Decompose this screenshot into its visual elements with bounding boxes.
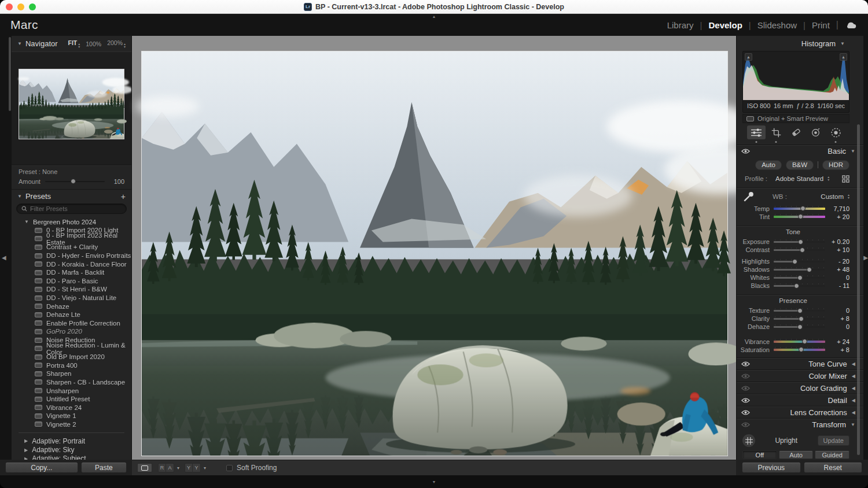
edit-tool[interactable] — [747, 125, 766, 139]
preset-item[interactable]: Portra 400 — [12, 361, 131, 370]
presets-header[interactable]: ▼ Presets + — [12, 190, 131, 203]
reset-button[interactable]: Reset — [804, 462, 863, 473]
slider-thumb[interactable] — [802, 339, 807, 344]
bw-button[interactable]: B&W — [786, 160, 814, 170]
slider-thumb[interactable] — [797, 324, 803, 330]
slider-track[interactable] — [774, 208, 825, 210]
module-library[interactable]: Library — [667, 20, 694, 30]
upright-update-button[interactable]: Update — [818, 435, 849, 446]
show-right-panel-arrow[interactable]: ▶ — [863, 254, 868, 261]
profile-browser-icon[interactable] — [842, 175, 849, 183]
preset-item[interactable]: DD - Korakia - Dance Floor — [12, 260, 131, 268]
left-panel-scrollbar[interactable] — [9, 37, 11, 111]
preset-group-adaptive-sky[interactable]: ▶Adaptive: Sky — [12, 445, 131, 454]
panel-header-color-mixer[interactable]: Color Mixer◀ — [737, 369, 863, 382]
slider-thumb[interactable] — [798, 214, 803, 219]
disclosure-triangle[interactable]: ▼ — [24, 219, 29, 224]
navigator-thumbnail[interactable] — [19, 69, 124, 139]
preset-item[interactable]: DD - St Henri - B&W — [12, 285, 131, 294]
panel-header-detail[interactable]: Detail◀ — [737, 394, 863, 406]
preset-item[interactable]: Vignette 2 — [12, 420, 131, 429]
histogram-graph[interactable] — [743, 51, 849, 100]
preset-item[interactable]: Enable Profile Correction — [12, 319, 131, 328]
add-preset-button[interactable]: + — [121, 193, 126, 201]
navigator-header[interactable]: ▼ Navigator FIT▴▾ 100% 200%▴▾ — [12, 36, 131, 51]
slider-thumb[interactable] — [797, 308, 803, 313]
reference-view-button[interactable]: RA — [158, 463, 174, 472]
slider-track[interactable] — [774, 326, 825, 328]
slider-thumb[interactable] — [799, 347, 804, 352]
filter-presets-input[interactable] — [30, 205, 122, 212]
preset-item[interactable]: Noise Reduction - Lumin & Color — [12, 344, 131, 353]
preset-item[interactable]: Vignette 1 — [12, 412, 131, 420]
chevron-down-icon[interactable]: ▾ — [177, 465, 179, 471]
slider-thumb[interactable] — [792, 259, 797, 264]
slider-thumb[interactable] — [798, 239, 803, 245]
preset-item[interactable]: DD - Marfa - Backlit — [12, 268, 131, 277]
basic-panel-header[interactable]: Basic ▼ — [737, 145, 863, 157]
preset-item[interactable]: Unsharpen — [12, 386, 131, 395]
chevron-down-icon[interactable]: ▾ — [204, 465, 206, 471]
slider-thumb[interactable] — [71, 179, 76, 184]
masking-tool[interactable] — [826, 125, 845, 139]
hide-left-panel-arrow[interactable]: ◀ — [2, 254, 6, 261]
tone-section-label[interactable]: Tone — [737, 228, 849, 237]
panel-header-color-grading[interactable]: Color Grading◀ — [737, 382, 863, 394]
preset-item[interactable]: GoPro 2020 — [12, 327, 131, 336]
soft-proofing-checkbox[interactable] — [226, 465, 233, 471]
eye-icon[interactable] — [741, 409, 750, 416]
hide-top-panel-arrow[interactable]: ▲ — [432, 14, 436, 19]
preset-item[interactable]: Untitled Preset — [12, 395, 131, 404]
zoom-200-control[interactable]: 200%▴▾ — [107, 39, 126, 49]
preset-group-bergreen[interactable]: ▼ Bergreen Photo 2024 — [12, 217, 131, 226]
transform-panel-header[interactable]: Transform ▼ — [737, 418, 863, 430]
preset-item[interactable]: DD - Paro - Basic — [12, 277, 131, 286]
disclosure-triangle[interactable]: ▶ — [24, 438, 28, 443]
loupe-view-button[interactable] — [137, 463, 152, 472]
eye-icon[interactable] — [741, 422, 750, 428]
slider-track[interactable] — [774, 341, 825, 343]
healing-tool[interactable] — [787, 125, 806, 139]
cloud-sync-icon[interactable] — [845, 21, 858, 29]
slider-track[interactable] — [774, 249, 825, 251]
module-slideshow[interactable]: Slideshow — [757, 20, 797, 30]
red-eye-tool[interactable] — [807, 125, 825, 139]
zoom-window-button[interactable] — [29, 3, 36, 10]
slider-thumb[interactable] — [800, 206, 806, 211]
slider-track[interactable] — [774, 318, 825, 320]
slider-thumb[interactable] — [800, 247, 805, 253]
highlight-clipping-button[interactable]: ▲ — [840, 53, 847, 61]
preset-group-adaptive-portrait[interactable]: ▶Adaptive: Portrait — [12, 437, 131, 445]
auto-button[interactable]: Auto — [755, 160, 782, 170]
slider-track[interactable] — [774, 269, 825, 271]
eye-icon[interactable] — [741, 397, 750, 404]
hdr-button[interactable]: HDR — [822, 160, 849, 170]
slider-thumb[interactable] — [794, 283, 799, 289]
preset-item[interactable]: DD - Hyder - Enviro Portraits — [12, 252, 131, 260]
photo-canvas[interactable] — [141, 51, 728, 456]
slider-track[interactable] — [774, 310, 825, 312]
zoom-fit-control[interactable]: FIT▴▾ — [68, 39, 80, 49]
upright-auto-button[interactable]: Auto — [779, 450, 814, 459]
preset-item[interactable]: DD - Viejo - Natural Lite — [12, 294, 131, 302]
panel-header-tone-curve[interactable]: Tone Curve◀ — [737, 357, 863, 369]
shadow-clipping-button[interactable]: ▲ — [745, 53, 752, 61]
minimize-window-button[interactable] — [17, 3, 24, 10]
upright-guided-button[interactable]: Guided — [815, 450, 849, 459]
wb-select[interactable]: Custom ▴▾ — [821, 193, 849, 200]
preset-group-adaptive-subject[interactable]: ▶Adaptive: Subject — [12, 454, 131, 460]
wb-eyedropper-icon[interactable] — [742, 190, 755, 203]
preset-item[interactable]: Vibrance 24 — [12, 403, 131, 412]
slider-thumb[interactable] — [797, 275, 803, 280]
slider-track[interactable] — [774, 261, 825, 263]
slider-thumb[interactable] — [807, 267, 812, 272]
crop-tool[interactable] — [767, 125, 785, 139]
copy-button[interactable]: Copy... — [5, 462, 78, 473]
smart-preview-status[interactable]: Original + Smart Preview — [742, 114, 849, 123]
panel-header-lens-corrections[interactable]: Lens Corrections◀ — [737, 406, 863, 418]
slider-track[interactable] — [774, 285, 825, 287]
preset-item[interactable]: Dehaze Lte — [12, 310, 131, 319]
eye-icon[interactable] — [741, 373, 750, 379]
histogram-header[interactable]: Histogram ▼ — [737, 36, 863, 51]
eye-icon[interactable] — [741, 361, 750, 367]
